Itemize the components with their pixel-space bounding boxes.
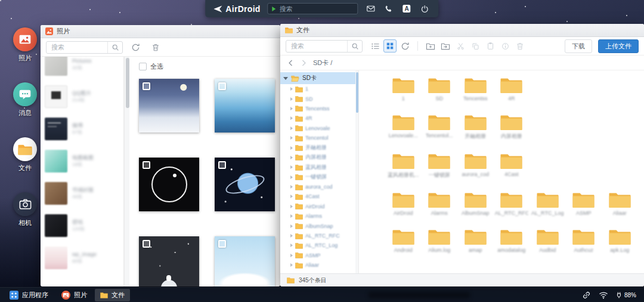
trash-button[interactable] xyxy=(513,39,527,53)
folder-item[interactable]: apk.Log xyxy=(602,229,638,253)
folder-item[interactable]: Lenovoale... xyxy=(385,114,422,140)
album-item[interactable]: QQ图片214张 xyxy=(41,81,123,113)
info-button[interactable] xyxy=(499,39,512,53)
folder-item[interactable]: AlbumSnap xyxy=(457,192,494,216)
move-to-button[interactable] xyxy=(439,39,452,53)
folder-item[interactable]: Tencentol... xyxy=(422,114,458,140)
folder-item[interactable]: 内屏相册 xyxy=(494,114,530,140)
photo-item[interactable] xyxy=(215,79,275,132)
search-icon[interactable] xyxy=(107,42,122,53)
folder-item[interactable]: Tencentss xyxy=(457,77,494,101)
photo-checkbox[interactable] xyxy=(218,82,226,90)
photo-checkbox[interactable] xyxy=(143,161,150,169)
mail-button[interactable] xyxy=(366,3,377,14)
folder-item[interactable]: 4R xyxy=(494,77,530,101)
refresh-button[interactable] xyxy=(398,39,411,53)
tree-item[interactable]: 蓝风相册 xyxy=(280,162,358,172)
wifi-button[interactable] xyxy=(599,291,608,299)
folder-item[interactable]: amap xyxy=(457,229,494,253)
chevron-right-icon[interactable] xyxy=(290,116,293,120)
album-item[interactable]: 地图截图18张 xyxy=(41,145,123,177)
tree-root-sdcard[interactable]: SD卡 xyxy=(280,72,358,84)
tree-item[interactable]: AL_RTC_RFC xyxy=(280,231,358,241)
album-item[interactable]: 微博57张 xyxy=(41,113,123,145)
link-button[interactable] xyxy=(582,291,591,300)
phone-button[interactable] xyxy=(383,3,395,14)
chevron-right-icon[interactable] xyxy=(290,175,293,179)
back-button[interactable] xyxy=(287,59,295,67)
photo-checkbox[interactable] xyxy=(218,161,226,169)
folder-item[interactable]: AL_RTC_Log xyxy=(530,192,566,216)
upload-file-button[interactable]: 上传文件 xyxy=(598,39,639,53)
chevron-right-icon[interactable] xyxy=(290,195,293,198)
folder-item[interactable]: ASMP xyxy=(566,192,602,216)
tree-item[interactable]: Lenovoale xyxy=(280,124,358,133)
chevron-right-icon[interactable] xyxy=(290,224,293,228)
files-search-input[interactable] xyxy=(286,42,347,50)
tree-item[interactable]: 1 xyxy=(280,84,358,94)
power-button[interactable] xyxy=(419,3,431,14)
scrollbar-thumb[interactable] xyxy=(126,58,129,108)
album-item[interactable]: 书城封面46张 xyxy=(41,177,123,209)
tree-item[interactable]: AL_RTC_Log xyxy=(280,241,358,250)
chevron-right-icon[interactable] xyxy=(290,97,293,101)
tree-item[interactable]: SD xyxy=(280,94,358,103)
taskbar-item-photos[interactable]: 照片 xyxy=(56,289,92,301)
tree-item[interactable]: Alarms xyxy=(280,211,358,221)
desktop-icon-messages[interactable]: 消息 xyxy=(10,82,41,118)
folder-item[interactable]: AL_RTC_RFC xyxy=(494,192,530,216)
search-icon[interactable] xyxy=(347,41,362,52)
tree-item[interactable]: aurora_cod xyxy=(280,182,358,192)
chevron-right-icon[interactable] xyxy=(290,205,293,208)
tree-item[interactable]: ASMP xyxy=(280,251,358,260)
photo-item[interactable] xyxy=(139,79,199,132)
album-item[interactable]: Pictures32张 xyxy=(41,57,123,81)
chevron-right-icon[interactable] xyxy=(290,136,293,140)
files-titlebar[interactable]: 文件 xyxy=(280,24,644,37)
tree-item[interactable]: Aliaar xyxy=(280,260,358,270)
caret-down-icon[interactable] xyxy=(283,77,288,80)
chevron-right-icon[interactable] xyxy=(290,214,293,218)
topbar-search[interactable] xyxy=(268,3,358,14)
scrollbar-thumb[interactable] xyxy=(356,72,358,113)
new-folder-button[interactable] xyxy=(424,39,437,53)
folder-item[interactable]: Aliaar xyxy=(602,192,638,216)
folder-item[interactable]: 蓝风相册机... xyxy=(385,153,422,179)
folder-item[interactable]: Android xyxy=(385,229,422,253)
tree-item[interactable]: 开融相册 xyxy=(280,143,358,152)
chevron-right-icon[interactable] xyxy=(290,156,293,159)
album-item[interactable]: 壁纸120张 xyxy=(41,209,123,242)
folder-item[interactable]: 4Cast xyxy=(494,153,530,179)
photos-titlebar[interactable]: 照片 xyxy=(41,25,280,38)
album-item[interactable]: wp_image89张 xyxy=(41,242,123,274)
tree-item[interactable]: 内屏相册 xyxy=(280,153,358,162)
photo-checkbox[interactable] xyxy=(218,240,226,248)
tree-item[interactable]: Tencentol xyxy=(280,133,358,143)
folder-item[interactable]: 开融相册 xyxy=(457,114,494,140)
folder-item[interactable]: amodatalog xyxy=(494,229,530,253)
chevron-right-icon[interactable] xyxy=(290,263,293,267)
chevron-right-icon[interactable] xyxy=(290,127,293,130)
chevron-right-icon[interactable] xyxy=(290,146,293,150)
photo-item[interactable] xyxy=(215,158,275,211)
download-button[interactable]: 下载 xyxy=(565,39,592,53)
taskbar-item-apps[interactable]: 应用程序 xyxy=(4,289,54,301)
copy-button[interactable] xyxy=(469,39,482,53)
trash-button[interactable] xyxy=(149,41,162,54)
taskbar-item-files[interactable]: 文件 xyxy=(95,289,130,301)
tree-item[interactable]: 4R xyxy=(280,113,358,123)
tree-scrollbar[interactable] xyxy=(355,70,358,273)
folder-item[interactable]: Audbid xyxy=(530,229,566,253)
tree-item[interactable]: AlbumSnap xyxy=(280,221,358,230)
photos-search-input[interactable] xyxy=(47,44,107,51)
folder-item[interactable]: aurora_cod xyxy=(457,153,494,179)
cut-button[interactable] xyxy=(454,39,467,53)
tree-item[interactable]: Tencentss xyxy=(280,104,358,113)
chevron-right-icon[interactable] xyxy=(290,234,293,238)
folder-item[interactable]: Authcuz xyxy=(566,229,602,253)
chevron-right-icon[interactable] xyxy=(290,87,293,91)
tree-item[interactable]: 一键锁屏 xyxy=(280,172,358,182)
desktop-icon-photos[interactable]: 照片 xyxy=(10,27,41,63)
grid-view-button[interactable] xyxy=(383,39,397,53)
list-view-button[interactable] xyxy=(369,39,382,53)
